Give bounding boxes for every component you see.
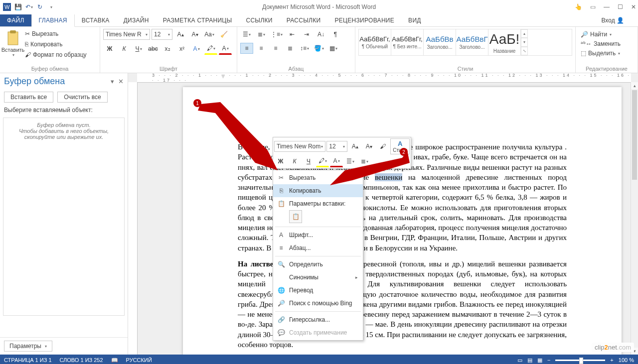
tab-references[interactable]: ССЫЛКИ [239,14,279,26]
tab-home[interactable]: ГЛАВНАЯ [31,14,75,27]
paste-button[interactable]: Вставить▾ [3,29,23,63]
minimize-icon[interactable]: — [604,3,610,10]
mini-bullets[interactable]: ☰▾ [344,156,357,167]
tab-mailings[interactable]: РАССЫЛКИ [280,14,328,26]
ctx-bing[interactable]: 🔎Поиск с помощью Bing [273,297,363,310]
ctx-synonyms[interactable]: Синонимы▸ [273,271,363,284]
clear-format-button[interactable]: 🧹 [217,29,230,40]
ctx-cut[interactable]: ✂Вырезать [273,171,363,184]
style-title[interactable]: АаБ!Название [488,29,521,55]
redo-icon[interactable]: ↻ [35,2,45,12]
shrink-font-button[interactable]: A▾ [188,29,201,40]
mini-numbering[interactable]: ≣▾ [358,156,371,167]
maximize-icon[interactable]: ☐ [618,3,623,10]
outdent-button[interactable]: ⇤ [286,29,299,40]
selected-text[interactable]: вешенки [375,173,402,181]
highlight-button[interactable]: 🖍▾ [204,43,217,55]
style-heading1[interactable]: АаБбВвЗаголово... [424,29,456,55]
copy-button[interactable]: ⎘Копировать [25,39,87,49]
paste-all-button[interactable]: Вставить все [4,92,53,103]
font-size-select[interactable]: 12▾ [152,29,172,40]
status-language[interactable]: РУССКИЙ [126,357,152,363]
mini-font-family[interactable]: Times New Rom▾ [274,141,325,152]
mini-underline[interactable]: Ч [302,156,315,167]
vertical-ruler[interactable] [128,82,138,355]
borders-button[interactable]: ▦▾ [327,43,340,54]
select-button[interactable]: ⬚Выделить▾ [579,49,635,58]
mini-font-size[interactable]: 12▾ [326,141,347,152]
view-read-mode[interactable]: ▭ [517,357,522,364]
align-center-button[interactable]: ≡ [255,43,268,54]
ctx-translate[interactable]: 🌐Перевод [273,284,363,297]
undo-icon[interactable]: ↶▾ [24,2,34,12]
ctx-hyperlink[interactable]: 🔗Гиперссылка... [273,313,363,326]
replace-button[interactable]: ᵃᵇ↔Заменить [579,39,635,48]
touch-mode-icon[interactable]: 👆 [575,3,582,10]
pane-params-button[interactable]: Параметры▾ [4,341,52,352]
bullets-button[interactable]: ☰▾ [240,29,253,40]
mini-font-color[interactable]: A▾ [330,155,343,167]
multilevel-button[interactable]: ⋮≡▾ [269,29,284,40]
italic-button[interactable]: К [118,43,131,54]
tab-layout[interactable]: РАЗМЕТКА СТРАНИЦЫ [156,14,239,26]
clear-all-button[interactable]: Очистить все [57,92,107,103]
underline-button[interactable]: Ч▾ [132,43,145,54]
vertical-scrollbar[interactable]: ▴▾ [631,82,638,355]
font-color-button[interactable]: A▾ [219,43,232,55]
ctx-comment[interactable]: 💬Создать примечание [273,326,363,339]
style-normal[interactable]: АаБбВвГг,¶ Обычный [359,29,391,55]
tab-view[interactable]: ВИД [401,14,428,26]
zoom-in[interactable]: + [610,357,613,363]
zoom-level[interactable]: 100 % [619,357,634,363]
status-word-count[interactable]: СЛОВО 1 ИЗ 252 [60,357,103,363]
show-marks-button[interactable]: ¶ [329,29,342,40]
grow-font-button[interactable]: A▴ [174,29,187,40]
ctx-paste-keep-source[interactable]: 📋 [289,210,302,223]
change-case-button[interactable]: Aa▾ [203,29,216,40]
subscript-button[interactable]: x₂ [161,43,174,54]
qat-customize-icon[interactable]: ▾ [46,2,56,12]
zoom-slider[interactable] [555,360,605,361]
pane-close-icon[interactable]: ✕ [118,78,124,85]
document-page[interactable]: В Европе, Северной Америке, Азии и в наш… [183,87,622,355]
ctx-copy[interactable]: ⎘Копировать [273,184,363,197]
status-page[interactable]: СТРАНИЦА 1 ИЗ 1 [4,357,52,363]
sort-button[interactable]: A↓ [315,29,327,40]
horizontal-ruler[interactable]: 3 · · · 2 · · · 1 · · · ╤ · · · 1 · · · … [137,73,631,83]
mini-format-painter[interactable]: 🖌 [376,141,389,152]
shading-button[interactable]: 🪣▾ [313,43,325,54]
indent-button[interactable]: ⇥ [300,29,313,40]
mini-grow-font[interactable]: A▴ [348,141,361,152]
ctx-font[interactable]: AШрифт... [273,229,363,242]
find-button[interactable]: 🔎Найти▾ [579,30,635,39]
ribbon-display-icon[interactable]: ▭ [590,3,596,10]
font-family-select[interactable]: Times New R▾ [103,29,150,40]
styles-scroll[interactable]: ▴▾⤡ [521,29,528,55]
style-no-spacing[interactable]: АаБбВвГг,¶ Без инте... [391,29,424,55]
text-effects-button[interactable]: A▾ [190,43,203,54]
sign-in[interactable]: Вход 👤 [595,14,638,26]
styles-gallery[interactable]: АаБбВвГг,¶ Обычный АаБбВвГг,¶ Без инте..… [358,29,572,56]
pane-options-icon[interactable]: ▾ [111,78,114,85]
mini-highlight[interactable]: 🖍▾ [316,155,329,167]
tab-file[interactable]: ФАЙЛ [0,14,31,26]
document-body[interactable]: В Европе, Северной Америке, Азии и в наш… [183,87,622,355]
save-icon[interactable]: 💾 [13,2,23,12]
tab-insert[interactable]: ВСТАВКА [75,14,117,26]
tab-design[interactable]: ДИЗАЙН [117,14,156,26]
align-justify-button[interactable]: ≣ [284,43,297,54]
align-right-button[interactable]: ≡ [269,43,282,54]
mini-italic[interactable]: К [288,156,301,167]
mini-bold[interactable]: Ж [274,156,287,167]
superscript-button[interactable]: x² [175,43,188,54]
status-proofing-icon[interactable]: 📖 [111,357,118,364]
align-left-button[interactable]: ≡ [240,43,253,54]
view-print-layout[interactable]: ▤ [527,357,532,364]
numbering-button[interactable]: ≣▾ [255,29,268,40]
strike-button[interactable]: abc [147,43,160,54]
bold-button[interactable]: Ж [103,43,116,54]
tab-review[interactable]: РЕЦЕНЗИРОВАНИЕ [327,14,401,26]
document-area[interactable]: 3 · · · 2 · · · 1 · · · ╤ · · · 1 · · · … [128,73,638,355]
zoom-out[interactable]: − [547,357,550,363]
mini-shrink-font[interactable]: A▾ [362,141,375,152]
